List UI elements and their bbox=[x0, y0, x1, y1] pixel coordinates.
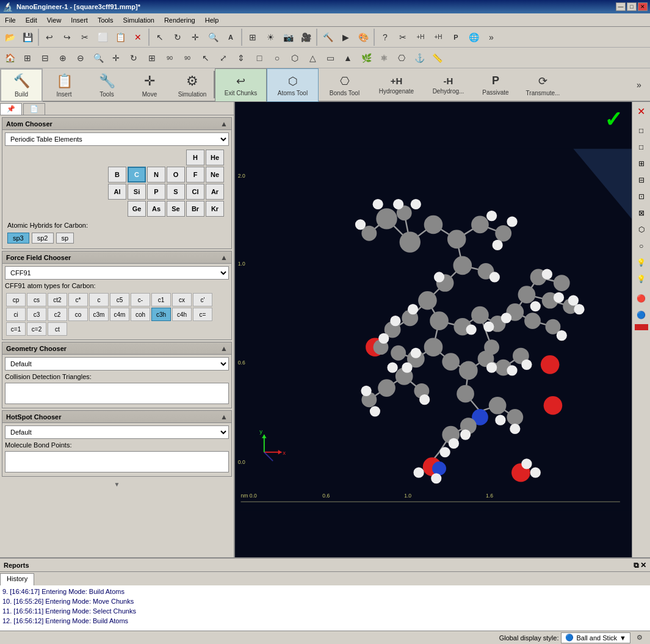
dehydrogenate-button[interactable]: -H Dehydrog... bbox=[422, 68, 474, 102]
element-Cl[interactable]: Cl bbox=[186, 184, 204, 200]
tb-globe-button[interactable]: 🌐 bbox=[465, 29, 482, 46]
tb2-sphere-button[interactable]: ○ bbox=[269, 49, 286, 67]
element-As[interactable]: As bbox=[147, 201, 165, 217]
atomtype-coh[interactable]: coh bbox=[131, 308, 150, 321]
geometry-dropdown[interactable]: Default bbox=[5, 357, 229, 371]
atom-chooser-header[interactable]: Atom Chooser ▲ bbox=[2, 118, 231, 130]
hotspot-chooser-header[interactable]: HotSpot Chooser ▲ bbox=[2, 411, 231, 423]
atomtype-c2[interactable]: c2 bbox=[48, 308, 67, 321]
menu-edit[interactable]: Edit bbox=[21, 15, 42, 25]
build-mode-button[interactable]: 🔨 Build bbox=[0, 68, 43, 102]
menu-file[interactable]: File bbox=[0, 15, 21, 25]
element-H[interactable]: H bbox=[186, 150, 204, 165]
rt-btn8[interactable]: ○ bbox=[634, 238, 649, 254]
tb-pan-button[interactable]: ✛ bbox=[187, 29, 204, 46]
element-Kr[interactable]: Kr bbox=[206, 201, 224, 217]
element-F[interactable]: F bbox=[186, 167, 204, 183]
element-S[interactable]: S bbox=[167, 184, 185, 200]
menu-insert[interactable]: Insert bbox=[66, 15, 93, 25]
atomtype-cprime[interactable]: c' bbox=[193, 293, 212, 306]
atomtype-ct[interactable]: ct bbox=[48, 322, 67, 336]
atomtype-ct2[interactable]: ct2 bbox=[48, 293, 67, 306]
atomtype-cstar[interactable]: c* bbox=[68, 293, 88, 306]
tb2-tree-button[interactable]: 🌿 bbox=[358, 49, 375, 67]
element-Se[interactable]: Se bbox=[167, 201, 185, 217]
tb2-atom2-button[interactable]: ⚛ bbox=[375, 49, 392, 67]
tb-build2-button[interactable]: 🔨 bbox=[319, 29, 336, 46]
tb-cut2-button[interactable]: ✂ bbox=[394, 29, 411, 46]
hotspot-dropdown[interactable]: Default bbox=[5, 425, 229, 439]
tb-sim-button[interactable]: ▶ bbox=[337, 29, 354, 46]
tb2-bond-button[interactable]: ⎔ bbox=[393, 49, 410, 67]
tb2-cyl-button[interactable]: ⬡ bbox=[286, 49, 303, 67]
tb2-box-button[interactable]: □ bbox=[251, 49, 268, 67]
tools-mode-button[interactable]: 🔧 Tools bbox=[85, 68, 128, 102]
rt-btn6[interactable]: ⊠ bbox=[634, 205, 649, 221]
tb2-rot-button[interactable]: ↻ bbox=[125, 49, 142, 67]
rt-btn5[interactable]: ⊡ bbox=[634, 189, 649, 204]
reports-close-button[interactable]: ✕ bbox=[640, 561, 646, 570]
element-B[interactable]: B bbox=[108, 167, 126, 183]
statusbar-settings-button[interactable]: ⚙ bbox=[633, 632, 646, 644]
tb-plus-h2-button[interactable]: +H bbox=[430, 29, 447, 46]
atomtype-cminus[interactable]: c- bbox=[131, 293, 150, 306]
tb-rotate-button[interactable]: ↻ bbox=[169, 29, 186, 46]
tb-render-button[interactable]: 🎨 bbox=[355, 29, 372, 46]
atomtype-c1[interactable]: c1 bbox=[151, 293, 171, 306]
tb-cam2-button[interactable]: 🎥 bbox=[297, 29, 314, 46]
hotspot-chooser-collapse[interactable]: ▲ bbox=[220, 413, 228, 421]
tb2-90-button[interactable]: 90 bbox=[161, 49, 178, 67]
atomtype-c4m[interactable]: c4m bbox=[110, 308, 129, 321]
hybrid-sp[interactable]: sp bbox=[56, 233, 74, 244]
tb-cam-button[interactable]: 📷 bbox=[280, 29, 297, 46]
rt-btn10[interactable]: 💡 bbox=[634, 271, 649, 287]
tb-grid-button[interactable]: ⊞ bbox=[244, 29, 261, 46]
menu-rendering[interactable]: Rendering bbox=[159, 15, 200, 25]
tb-help-button[interactable]: ? bbox=[377, 29, 394, 46]
rt-btn1[interactable]: □ bbox=[634, 123, 649, 139]
tb-delete-button[interactable]: ✕ bbox=[129, 29, 146, 46]
tb-redo-button[interactable]: ↪ bbox=[59, 29, 76, 46]
tb-copy-button[interactable]: ⬜ bbox=[94, 29, 111, 46]
element-Al[interactable]: Al bbox=[108, 184, 126, 200]
tb-plus-h-button[interactable]: +H bbox=[412, 29, 429, 46]
tb2-grid2-button[interactable]: ⊞ bbox=[143, 49, 161, 67]
element-O[interactable]: O bbox=[167, 167, 185, 183]
rt-btn4[interactable]: ⊟ bbox=[634, 172, 649, 188]
tb2-90v-button[interactable]: 90 bbox=[179, 49, 196, 67]
tb-cut-button[interactable]: ✂ bbox=[76, 29, 93, 46]
menu-simulation[interactable]: Simulation bbox=[118, 15, 159, 25]
close-button[interactable]: ✕ bbox=[638, 2, 648, 11]
atomtype-c3h[interactable]: c3h bbox=[151, 308, 171, 321]
geometry-chooser-header[interactable]: Geometry Chooser ▲ bbox=[2, 342, 231, 355]
reports-restore-button[interactable]: ⧉ bbox=[634, 561, 639, 570]
element-P[interactable]: P bbox=[147, 184, 165, 200]
atomtype-cp[interactable]: cp bbox=[6, 293, 26, 306]
hydrogenate-button[interactable]: +H Hydrogenate bbox=[370, 68, 422, 102]
element-Ge[interactable]: Ge bbox=[128, 201, 146, 217]
bonds-tool-button[interactable]: ⎔ Bonds Tool bbox=[319, 68, 370, 102]
element-He[interactable]: He bbox=[206, 150, 224, 165]
tb2-add-button[interactable]: ⊞ bbox=[19, 49, 36, 67]
tb2-fit-button[interactable]: 🔍 bbox=[90, 49, 107, 67]
tb-P-button[interactable]: P bbox=[447, 29, 464, 46]
tb2-chunk-button[interactable]: ⊟ bbox=[37, 49, 54, 67]
tb-more-button[interactable]: » bbox=[483, 29, 500, 46]
tb2-zoom-out-button[interactable]: ⊖ bbox=[72, 49, 89, 67]
rt-btn11[interactable]: 🔴 bbox=[634, 291, 649, 306]
tab-doc[interactable]: 📄 bbox=[23, 103, 45, 115]
atomtype-co[interactable]: co bbox=[68, 308, 88, 321]
force-field-dropdown[interactable]: CFF91 AMBER MM4 bbox=[5, 266, 229, 280]
tb2-cone-button[interactable]: △ bbox=[304, 49, 321, 67]
atom-chooser-collapse[interactable]: ▲ bbox=[220, 120, 228, 128]
rt-btn12[interactable]: 🔵 bbox=[634, 307, 649, 323]
tb-select-button[interactable]: ↖ bbox=[151, 29, 168, 46]
menu-tools[interactable]: Tools bbox=[93, 15, 118, 25]
atomtype-c[interactable]: c bbox=[89, 293, 109, 306]
element-Ne[interactable]: Ne bbox=[206, 167, 224, 183]
atomtype-c3[interactable]: c3 bbox=[27, 308, 46, 321]
tb2-zoom-in-button[interactable]: ⊕ bbox=[54, 49, 71, 67]
atomtype-c3m[interactable]: c3m bbox=[89, 308, 109, 321]
atoms-tool-button[interactable]: ⬡ Atoms Tool bbox=[267, 68, 319, 102]
rt-btn13[interactable] bbox=[634, 324, 649, 331]
